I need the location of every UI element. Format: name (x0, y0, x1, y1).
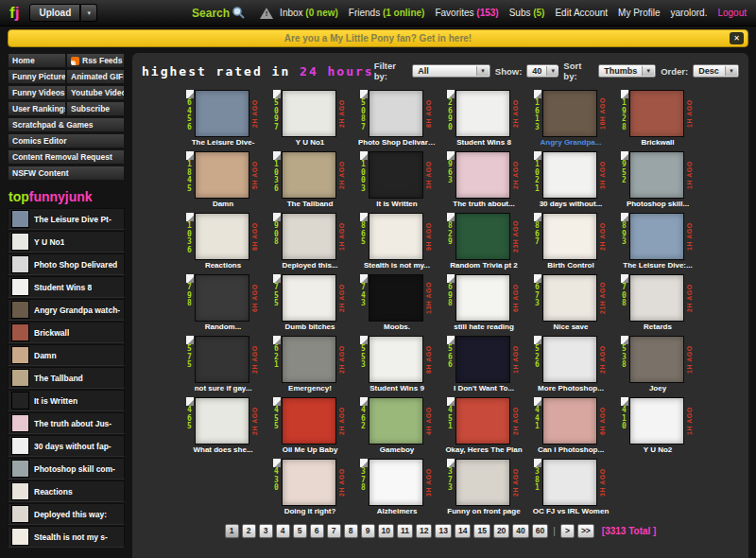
content-item[interactable]: 5087 8H AGO Photo Shop Delivared (358, 90, 436, 147)
thumbnail-image[interactable] (369, 397, 423, 445)
sidebar-item-subscribe[interactable]: Subscribe (66, 101, 125, 116)
content-item[interactable]: 381 3H AGO OC FJ vs IRL Women (532, 459, 610, 515)
thumbnail-image[interactable] (195, 151, 249, 199)
nav-yarolord[interactable]: yarolord. (671, 8, 708, 18)
promo-banner[interactable]: Are you a My Little Pony fan? Get in her… (8, 29, 748, 47)
thumb-title[interactable]: Damn (184, 200, 262, 208)
thumb-title[interactable]: Student Wins 8 (445, 138, 523, 147)
filter-by-select[interactable]: All▼ (412, 64, 490, 78)
thumb-title[interactable]: It is Written (358, 200, 436, 208)
page-button-9[interactable]: 9 (361, 524, 375, 538)
thumbnail-image[interactable] (282, 336, 336, 383)
thumbnail-image[interactable] (195, 274, 249, 322)
sidebar-item-funny-pictures[interactable]: Funny Pictures (8, 69, 66, 84)
site-logo[interactable]: fj (9, 4, 19, 23)
thumb-title[interactable]: I Don't Want To... (445, 384, 523, 392)
page-button-11[interactable]: 11 (397, 524, 413, 538)
thumbnail-image[interactable] (195, 90, 249, 137)
page-button-4[interactable]: 4 (276, 524, 290, 538)
content-item[interactable]: 908 1H AGO Deployed this... (271, 213, 349, 270)
thumbnail-image[interactable] (282, 397, 336, 445)
page-button-10[interactable]: 10 (378, 524, 394, 538)
thumb-title[interactable]: still hate reading (445, 323, 523, 331)
thumbnail-image[interactable] (542, 397, 597, 445)
sidebar-item-home[interactable]: Home (8, 53, 66, 68)
top-list-item[interactable]: The truth about Jus- (8, 412, 125, 434)
content-item[interactable]: 2690 2H AGO Student Wins 8 (445, 90, 523, 147)
thumb-title[interactable]: Can I Photoshop... (532, 445, 610, 454)
nav-inbox[interactable]: Inbox (0 new) (280, 8, 338, 18)
thumbnail-image[interactable] (629, 336, 684, 383)
content-item[interactable]: 575 2H AGO not sure if gay... (184, 336, 262, 392)
top-list-item[interactable]: The Tallband (8, 367, 125, 389)
thumbnail-image[interactable] (282, 151, 336, 199)
thumb-title[interactable]: Random... (184, 323, 262, 331)
content-item[interactable]: 1003 3H AGO It is Written (358, 151, 436, 208)
content-item[interactable]: 829 23H AGO Random Trivia pt 2 (445, 213, 523, 270)
upload-button[interactable]: Upload (29, 4, 80, 22)
thumbnail-image[interactable] (455, 274, 510, 322)
content-item[interactable]: 5097 2H AGO Y U No1 (271, 90, 349, 147)
content-item[interactable]: 708 2H AGO Retards (619, 274, 696, 331)
thumb-title[interactable]: The Leisure Dive:... (619, 261, 696, 270)
thumbnail-image[interactable] (455, 459, 510, 506)
page-button-40[interactable]: 40 (512, 524, 528, 538)
thumb-title[interactable]: Joey (619, 384, 696, 392)
thumb-title[interactable]: Retards (619, 323, 696, 331)
content-item[interactable]: 451 2H AGO Okay, Heres The Plan (445, 397, 523, 454)
sidebar-item-animated-gifs[interactable]: Animated GIFs (66, 69, 125, 84)
content-item[interactable]: 462 4H AGO Gameboy (358, 397, 436, 454)
thumb-title[interactable]: Photo Shop Delivared (358, 138, 436, 147)
thumb-title[interactable]: Stealth is not my... (358, 261, 436, 270)
nav-favorites[interactable]: Favorites (153) (435, 8, 498, 18)
next-page-button[interactable]: > (560, 524, 575, 538)
content-item[interactable]: 6456 2H AGO The Leisure Dive- (184, 90, 262, 147)
content-item[interactable]: 441 6H AGO Can I Photoshop... (532, 397, 610, 454)
sidebar-item-rss-feeds[interactable]: Rss Feeds (66, 53, 125, 68)
top-list-item[interactable]: Photo Shop Delivared (8, 253, 125, 275)
content-item[interactable]: 410 1H AGO Y U No2 (619, 397, 696, 454)
thumbnail-image[interactable] (195, 397, 249, 445)
page-button-13[interactable]: 13 (435, 524, 451, 538)
sidebar-item-scratchpad-games[interactable]: Scratchpad & Games (8, 117, 125, 132)
thumbnail-image[interactable] (369, 90, 423, 137)
content-item[interactable]: 553 8H AGO Student Wins 9 (358, 336, 436, 392)
content-item[interactable]: 526 2H AGO More Photoshop... (532, 336, 610, 392)
thumbnail-image[interactable] (542, 90, 597, 137)
top-list-item[interactable]: Stealth is not my s- (8, 526, 125, 548)
thumbnail-image[interactable] (542, 336, 597, 383)
thumb-title[interactable]: More Photoshop... (532, 384, 610, 392)
thumb-title[interactable]: Oil Me Up Baby (271, 445, 349, 454)
content-item[interactable]: 743 13H AGO Moobs. (358, 274, 436, 331)
thumb-title[interactable]: Dumb bitches (271, 323, 349, 331)
thumbnail-image[interactable] (455, 90, 510, 137)
thumbnail-image[interactable] (455, 213, 510, 260)
content-item[interactable]: 798 6H AGO Random... (184, 274, 262, 331)
content-item[interactable]: 1036 2H AGO The Tallband (271, 151, 349, 208)
thumbnail-image[interactable] (369, 213, 423, 260)
thumb-title[interactable]: What does she... (184, 445, 262, 454)
top-list-item[interactable]: Photoshop skill com- (8, 458, 125, 480)
page-button-5[interactable]: 5 (293, 524, 307, 538)
order-select[interactable]: Desc▼ (693, 64, 739, 78)
content-item[interactable]: 455 2H AGO Oil Me Up Baby (271, 397, 349, 454)
thumb-title[interactable]: The truth about... (445, 200, 523, 208)
sidebar-item-youtube-videos[interactable]: Youtube Videos (66, 85, 125, 100)
thumb-title[interactable]: Deployed this... (271, 261, 349, 270)
page-button-1[interactable]: 1 (225, 524, 239, 538)
thumb-title[interactable]: Photoshop skill... (619, 200, 696, 208)
thumb-title[interactable]: Reactions (184, 261, 262, 270)
thumbnail-image[interactable] (369, 151, 423, 199)
sidebar-item-funny-videos[interactable]: Funny Videos (8, 85, 66, 100)
content-item[interactable]: 1928 1H AGO Brickwall (619, 90, 696, 147)
top-list-item[interactable]: It is Written (8, 390, 125, 411)
content-item[interactable]: 963 2H AGO The truth about... (445, 151, 523, 208)
content-item[interactable]: 952 1H AGO Photoshop skill... (619, 151, 696, 208)
sidebar-item-user-rankings[interactable]: User Rankings (8, 101, 66, 116)
thumb-title[interactable]: Gameboy (358, 445, 436, 454)
content-item[interactable]: 566 1H AGO I Don't Want To... (445, 336, 523, 392)
thumbnail-image[interactable] (455, 336, 510, 383)
thumb-title[interactable]: The Tallband (271, 200, 349, 208)
top-list-item[interactable]: Y U No1 (8, 231, 125, 253)
search-link[interactable]: Search (192, 6, 246, 20)
